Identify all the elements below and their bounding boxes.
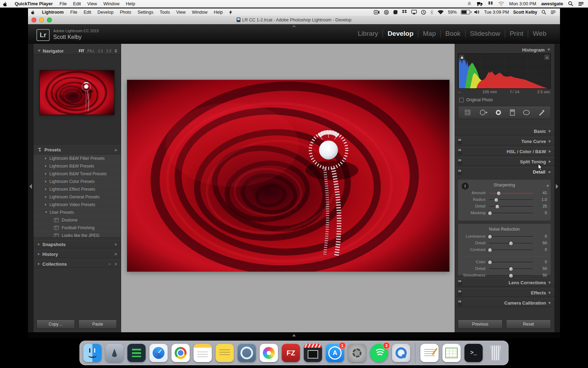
top-panel-collapse-arrow[interactable] <box>292 25 296 27</box>
lr-menu-help[interactable]: Help <box>211 10 226 15</box>
highlight-clipping-indicator[interactable] <box>544 55 550 60</box>
dock-photos-icon[interactable] <box>260 344 278 362</box>
lr-menu-view[interactable]: View <box>173 10 189 15</box>
module-develop[interactable]: Develop <box>383 30 418 38</box>
tone-curve-enable-switch[interactable] <box>458 138 462 144</box>
menu-view[interactable]: View <box>84 1 100 6</box>
preset-folder[interactable]: Lightroom Video Presets <box>34 201 121 209</box>
hsl-enable-switch[interactable] <box>458 149 462 154</box>
histogram-title[interactable]: Histogram <box>522 47 545 53</box>
color-slider[interactable] <box>489 262 533 263</box>
bell-icon[interactable] <box>467 1 472 6</box>
lr-menu-window[interactable]: Window <box>189 10 210 15</box>
zoom-mode-fit[interactable]: FIT <box>79 49 84 53</box>
remove-collection-button[interactable]: − <box>108 261 111 267</box>
smoothness-slider[interactable] <box>489 275 533 276</box>
photo-rose-and-ring[interactable] <box>127 80 449 272</box>
detail-slider[interactable] <box>489 206 533 207</box>
module-web[interactable]: Web <box>528 30 551 38</box>
radius-slider[interactable] <box>489 199 533 200</box>
menubar-user[interactable]: awestgate <box>541 1 563 6</box>
red-eye-tool-icon[interactable] <box>495 109 502 116</box>
dock-textedit-icon[interactable] <box>420 344 439 362</box>
preset-folder[interactable]: Lightroom B&W Filter Presets <box>34 155 121 162</box>
sharpening-collapse-triangle[interactable] <box>546 184 548 187</box>
graduated-filter-tool-icon[interactable] <box>510 109 515 116</box>
histogram-disclosure-triangle[interactable] <box>547 49 550 51</box>
apple-menu-icon[interactable] <box>28 9 38 15</box>
navigator-title[interactable]: Navigator <box>43 48 64 54</box>
module-print[interactable]: Print <box>505 30 528 38</box>
effects-panel-header[interactable]: Effects <box>455 288 554 297</box>
dock-app-store-icon[interactable]: A1 <box>326 344 344 362</box>
original-photo-toggle[interactable]: Original Photo <box>459 97 493 102</box>
navigator-zoom-stepper[interactable] <box>114 49 117 53</box>
zoom-mode-fill[interactable]: FILL <box>88 49 95 53</box>
preset-item[interactable]: Duotone <box>34 216 121 224</box>
copy-button[interactable]: Copy… <box>36 320 75 329</box>
adjustment-brush-tool-icon[interactable] <box>538 109 545 116</box>
spotlight-search-icon[interactable] <box>568 1 573 6</box>
dock-terminal-icon[interactable]: >_ <box>464 344 483 362</box>
original-photo-checkbox[interactable] <box>459 98 464 102</box>
module-library[interactable]: Library <box>353 30 383 38</box>
menubar-app-name[interactable]: QuickTime Player <box>11 1 56 6</box>
record-indicator-icon[interactable] <box>384 10 389 15</box>
wifi-icon[interactable] <box>438 10 444 14</box>
split-toning-enable-switch[interactable] <box>458 159 462 164</box>
dock-filezilla-icon[interactable]: FZ <box>282 344 300 362</box>
preset-folder[interactable]: Lightroom Color Presets <box>34 178 121 185</box>
spot-removal-tool-icon[interactable] <box>479 109 488 116</box>
lens-corrections-enable-switch[interactable] <box>458 280 462 285</box>
truck-icon[interactable] <box>477 1 483 6</box>
zoom-mode-1-2[interactable]: 1:2 <box>106 49 111 53</box>
history-panel-header[interactable]: History × <box>34 250 121 258</box>
time-machine-icon[interactable] <box>421 10 426 15</box>
add-collection-button[interactable]: + <box>114 261 117 267</box>
dock-finder-icon[interactable] <box>83 344 102 362</box>
notification-center-icon[interactable] <box>578 2 584 6</box>
dock-notes-icon[interactable] <box>194 344 212 362</box>
dock-spotify-icon[interactable]: 3 <box>370 344 388 362</box>
contrast-slider[interactable] <box>489 250 533 250</box>
right-panel-collapse[interactable] <box>554 44 560 332</box>
snapshots-panel-header[interactable]: Snapshots + <box>34 240 121 248</box>
clear-history-button[interactable]: × <box>114 251 117 257</box>
menu-edit[interactable]: Edit <box>70 1 84 6</box>
navigator-disclosure-triangle[interactable] <box>38 50 41 52</box>
preset-folder[interactable]: Lightroom Effect Presets <box>34 185 121 193</box>
presets-title[interactable]: Presets <box>44 147 61 152</box>
wifi-off-icon[interactable] <box>498 1 504 6</box>
lr-menu-tools[interactable]: Tools <box>156 10 173 15</box>
evernote-icon[interactable] <box>393 10 398 15</box>
zoom-mode-1-1[interactable]: 1:1 <box>98 49 103 53</box>
preset-item[interactable]: Looks like the JPEG <box>34 232 121 238</box>
preset-item[interactable]: Football Finishing <box>34 224 121 232</box>
apple-menu-icon[interactable] <box>0 1 11 6</box>
preset-folder[interactable]: Lightroom B&W Presets <box>34 162 121 170</box>
dock-video-editor-icon[interactable] <box>304 344 322 362</box>
dock-activity-app-icon[interactable] <box>127 344 146 362</box>
dock-quicktime-icon[interactable] <box>392 344 410 362</box>
dropbox-icon[interactable] <box>402 10 407 15</box>
color-detail-slider[interactable] <box>489 268 533 269</box>
detail-enable-switch[interactable] <box>458 169 462 175</box>
previous-button[interactable]: Previous <box>458 320 503 329</box>
airplay-icon[interactable] <box>411 10 417 14</box>
reset-button[interactable]: Reset <box>506 320 551 329</box>
dock-safari-icon[interactable] <box>149 344 168 362</box>
module-map[interactable]: Map <box>418 30 440 38</box>
camera-calibration-panel-header[interactable]: Camera Calibration <box>455 299 554 307</box>
notification-center-icon[interactable] <box>551 10 556 14</box>
lr-menu-edit[interactable]: Edit <box>80 10 94 15</box>
paste-button[interactable]: Paste <box>78 320 117 329</box>
hsl-panel-header[interactable]: HSL / Color / B&W <box>455 147 554 156</box>
nr-detail-slider[interactable] <box>489 243 533 244</box>
screen-record-icon[interactable] <box>374 10 380 14</box>
basic-panel-header[interactable]: Basic <box>455 127 554 135</box>
sharpening-warning-icon[interactable]: ! <box>462 183 469 190</box>
masking-slider[interactable] <box>489 213 533 213</box>
dock-spreadsheet-app-icon[interactable] <box>442 344 461 362</box>
lr-menu-settings[interactable]: Settings <box>134 10 156 15</box>
add-preset-button[interactable]: + <box>114 147 117 152</box>
